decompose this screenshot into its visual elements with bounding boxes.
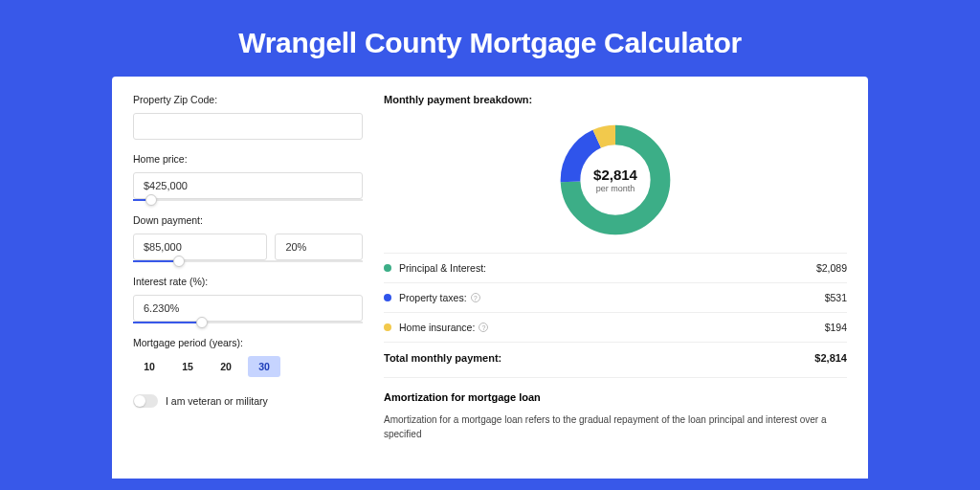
rate-input[interactable] xyxy=(133,295,363,322)
veteran-label: I am veteran or military xyxy=(166,395,268,407)
legend-dot xyxy=(384,323,391,331)
legend-row: Principal & Interest:$2,089 xyxy=(384,254,847,283)
total-label: Total monthly payment: xyxy=(384,352,814,364)
price-slider[interactable] xyxy=(133,199,363,201)
period-btn-20[interactable]: 20 xyxy=(210,356,242,377)
legend-row: Property taxes:?$531 xyxy=(384,283,847,313)
legend-value: $531 xyxy=(825,292,847,303)
calculator-card: Property Zip Code: Home price: Down paym… xyxy=(112,77,868,479)
legend-dot xyxy=(384,294,391,301)
zip-input[interactable] xyxy=(133,113,363,140)
legend-row: Home insurance:?$194 xyxy=(384,313,847,343)
price-input[interactable] xyxy=(133,172,363,199)
legend-label: Principal & Interest: xyxy=(399,262,816,274)
breakdown-panel: Monthly payment breakdown: $2,814 per mo… xyxy=(384,94,847,479)
down-pct-input[interactable] xyxy=(275,234,363,260)
legend-value: $194 xyxy=(825,322,847,333)
period-btn-30[interactable]: 30 xyxy=(248,356,280,377)
veteran-toggle[interactable] xyxy=(133,394,158,408)
down-amount-input[interactable] xyxy=(133,234,267,260)
legend-value: $2,089 xyxy=(816,262,847,274)
down-label: Down payment: xyxy=(133,214,363,226)
down-slider[interactable] xyxy=(133,260,363,262)
info-icon[interactable]: ? xyxy=(471,293,480,302)
legend-dot xyxy=(384,264,391,272)
donut-value: $2,814 xyxy=(593,167,637,183)
amortization-section: Amortization for mortgage loan Amortizat… xyxy=(384,377,847,441)
legend-label: Property taxes:? xyxy=(399,292,825,303)
rate-slider[interactable] xyxy=(133,322,363,323)
price-label: Home price: xyxy=(133,153,363,165)
zip-label: Property Zip Code: xyxy=(133,94,363,105)
info-icon[interactable]: ? xyxy=(479,323,488,332)
input-panel: Property Zip Code: Home price: Down paym… xyxy=(133,94,363,479)
amortization-text: Amortization for a mortgage loan refers … xyxy=(384,412,847,441)
payment-donut-chart: $2,814 per month xyxy=(556,121,675,239)
breakdown-title: Monthly payment breakdown: xyxy=(384,94,847,105)
total-value: $2,814 xyxy=(814,352,847,364)
amortization-title: Amortization for mortgage loan xyxy=(384,391,847,403)
legend-label: Home insurance:? xyxy=(399,322,825,333)
period-btn-15[interactable]: 15 xyxy=(171,356,204,377)
period-btn-10[interactable]: 10 xyxy=(133,356,166,377)
period-label: Mortgage period (years): xyxy=(133,337,363,348)
page-title: Wrangell County Mortgage Calculator xyxy=(0,27,980,59)
donut-sub: per month xyxy=(596,184,635,193)
rate-label: Interest rate (%): xyxy=(133,276,363,287)
